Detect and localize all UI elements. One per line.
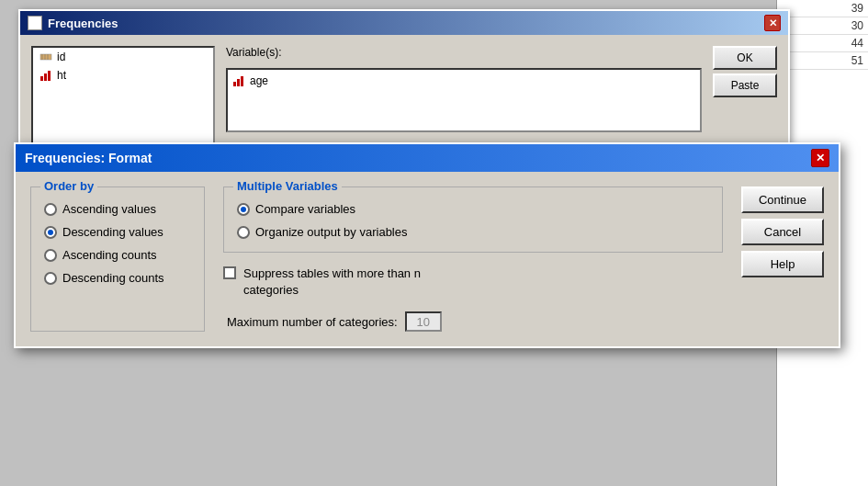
list-item[interactable]: ht bbox=[33, 66, 213, 85]
ascending-counts-option[interactable]: Ascending counts bbox=[44, 248, 191, 262]
bar-chart-icon bbox=[231, 73, 246, 88]
bar-chart-icon bbox=[39, 68, 53, 83]
compare-variables-option[interactable]: Compare variables bbox=[237, 202, 709, 216]
format-titlebar: Frequencies: Format ✕ bbox=[16, 144, 839, 172]
suppress-checkbox[interactable] bbox=[223, 266, 236, 279]
svg-rect-9 bbox=[241, 76, 243, 86]
max-categories-row: Maximum number of categories: 10 bbox=[223, 311, 723, 332]
continue-button[interactable]: Continue bbox=[741, 186, 824, 213]
dialog-center: Variable(s): age bbox=[226, 46, 702, 156]
format-title: Frequencies: Format bbox=[25, 151, 152, 165]
cancel-button[interactable]: Cancel bbox=[741, 219, 824, 245]
multiple-variables-group: Multiple Variables Compare variables Org… bbox=[223, 186, 723, 253]
spreadsheet-cell: 44 bbox=[777, 35, 868, 52]
frequencies-close-button[interactable]: ✕ bbox=[764, 15, 781, 31]
max-categories-input[interactable]: 10 bbox=[405, 311, 442, 332]
format-action-buttons: Continue Cancel Help bbox=[741, 186, 824, 332]
variable-ht: ht bbox=[57, 69, 66, 82]
organize-output-option[interactable]: Organize output by variables bbox=[237, 225, 709, 239]
ascending-values-option[interactable]: Ascending values bbox=[44, 202, 191, 216]
spreadsheet-cell: 30 bbox=[777, 17, 868, 35]
format-body: Order by Ascending values Descending val… bbox=[16, 172, 839, 346]
multiple-variables-options: Compare variables Organize output by var… bbox=[237, 202, 709, 239]
frequencies-title: Frequencies bbox=[48, 17, 118, 30]
variables-label: Variable(s): bbox=[226, 46, 702, 59]
frequencies-titlebar: Frequencies ✕ bbox=[20, 11, 788, 35]
max-categories-label: Maximum number of categories: bbox=[227, 315, 398, 329]
ascending-counts-label: Ascending counts bbox=[62, 248, 157, 262]
svg-rect-6 bbox=[48, 71, 51, 81]
ascending-values-label: Ascending values bbox=[62, 202, 156, 216]
age-label: age bbox=[250, 74, 268, 87]
organize-output-radio[interactable] bbox=[237, 226, 250, 239]
spreadsheet-cell: 39 bbox=[777, 0, 868, 17]
organize-output-label: Organize output by variables bbox=[255, 225, 407, 239]
paste-button[interactable]: Paste bbox=[713, 73, 777, 97]
descending-counts-radio[interactable] bbox=[44, 272, 57, 285]
format-dialog: Frequencies: Format ✕ Order by Ascending… bbox=[14, 142, 840, 348]
ok-button[interactable]: OK bbox=[713, 46, 777, 70]
descending-values-label: Descending values bbox=[62, 225, 163, 239]
multiple-variables-label: Multiple Variables bbox=[233, 179, 342, 193]
variable-id: id bbox=[57, 51, 65, 63]
descending-counts-option[interactable]: Descending counts bbox=[44, 271, 191, 285]
suppress-label: Suppress tables with more than ncategori… bbox=[243, 266, 421, 299]
compare-variables-label: Compare variables bbox=[255, 202, 355, 216]
age-variable-item: age bbox=[231, 73, 268, 88]
compare-variables-radio[interactable] bbox=[237, 203, 250, 216]
order-by-label: Order by bbox=[40, 179, 97, 193]
format-right: Multiple Variables Compare variables Org… bbox=[223, 186, 723, 332]
suppress-section: Suppress tables with more than ncategori… bbox=[223, 266, 723, 332]
ascending-values-radio[interactable] bbox=[44, 203, 57, 216]
titlebar-icon bbox=[28, 16, 42, 30]
descending-values-radio[interactable] bbox=[44, 226, 57, 239]
svg-rect-7 bbox=[233, 82, 236, 86]
variable-list[interactable]: id ht bbox=[31, 46, 215, 156]
spreadsheet-cell: 51 bbox=[777, 52, 868, 70]
suppress-checkbox-row[interactable]: Suppress tables with more than ncategori… bbox=[223, 266, 723, 299]
svg-rect-4 bbox=[40, 76, 43, 81]
list-item[interactable]: id bbox=[33, 48, 213, 66]
ascending-counts-radio[interactable] bbox=[44, 249, 57, 262]
selected-variables-box[interactable]: age bbox=[226, 68, 702, 132]
dialog-buttons: OK Paste bbox=[713, 46, 777, 156]
order-by-group: Order by Ascending values Descending val… bbox=[30, 186, 205, 332]
format-close-button[interactable]: ✕ bbox=[811, 149, 829, 167]
help-button[interactable]: Help bbox=[741, 251, 824, 277]
ruler-icon bbox=[39, 50, 53, 64]
order-by-options: Ascending values Descending values Ascen… bbox=[44, 202, 191, 285]
descending-counts-label: Descending counts bbox=[62, 271, 164, 285]
svg-rect-5 bbox=[44, 73, 47, 81]
descending-values-option[interactable]: Descending values bbox=[44, 225, 191, 239]
svg-rect-8 bbox=[237, 79, 240, 86]
